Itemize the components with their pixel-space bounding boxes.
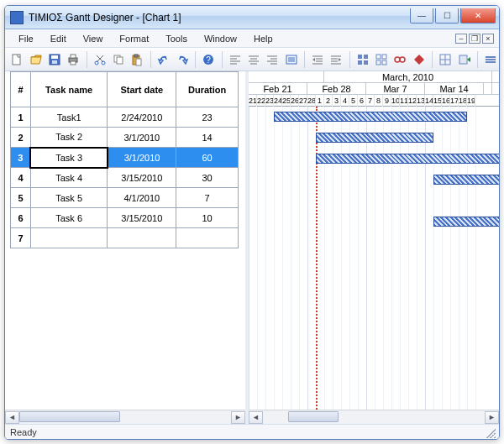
scroll-left-icon[interactable]: ◄ xyxy=(5,411,19,424)
grid2-button[interactable] xyxy=(373,50,390,69)
justify-button[interactable] xyxy=(283,50,300,69)
row-number[interactable]: 6 xyxy=(11,208,31,228)
scroll-thumb[interactable] xyxy=(288,411,339,422)
gantt-row[interactable] xyxy=(249,170,499,191)
menu-file[interactable]: File xyxy=(12,32,40,45)
align-right-button[interactable] xyxy=(264,50,281,69)
day-label: 1 xyxy=(316,95,324,107)
menu-format[interactable]: Format xyxy=(113,32,155,45)
gantt-row[interactable] xyxy=(249,212,499,232)
cell-task-name[interactable] xyxy=(30,228,108,248)
menu-edit[interactable]: Edit xyxy=(44,32,73,45)
redo-button[interactable] xyxy=(174,50,191,69)
menu-view[interactable]: View xyxy=(76,32,110,45)
gantt-bar[interactable] xyxy=(316,154,499,164)
cell-task-name[interactable]: Task 6 xyxy=(30,208,108,228)
cell-duration[interactable]: 10 xyxy=(176,208,239,228)
menu-window[interactable]: Window xyxy=(197,32,244,45)
row-number[interactable]: 7 xyxy=(11,228,31,248)
cell-duration[interactable]: 23 xyxy=(176,107,239,128)
align-center-button[interactable] xyxy=(245,50,262,69)
menu-tools[interactable]: Tools xyxy=(159,32,194,45)
row-number[interactable]: 2 xyxy=(11,128,31,148)
cell-duration[interactable]: 14 xyxy=(176,128,239,148)
copy-button[interactable] xyxy=(110,50,127,69)
cell-duration[interactable]: 30 xyxy=(176,168,239,188)
new-button[interactable] xyxy=(8,50,25,69)
cell-task-name[interactable]: Task 4 xyxy=(30,168,108,188)
cell-start-date[interactable]: 3/15/2010 xyxy=(108,168,176,188)
row-number[interactable]: 3 xyxy=(11,148,31,168)
table-row[interactable]: 7 xyxy=(11,228,239,248)
cell-task-name[interactable]: Task1 xyxy=(30,107,108,128)
table-row[interactable]: 2Task 23/1/201014 xyxy=(11,128,239,148)
print-button[interactable] xyxy=(65,50,81,69)
mdi-close-icon[interactable]: × xyxy=(482,34,494,44)
gantt-row[interactable] xyxy=(249,149,499,170)
cell-duration[interactable]: 60 xyxy=(176,148,239,168)
scroll-thumb[interactable] xyxy=(19,411,120,422)
save-button[interactable] xyxy=(46,50,63,69)
bars-button[interactable] xyxy=(482,50,499,69)
cell-task-name[interactable]: Task 5 xyxy=(30,188,108,208)
col-header-num[interactable]: # xyxy=(11,72,31,107)
left-h-scrollbar[interactable]: ◄ ► xyxy=(5,410,245,424)
grid3-button[interactable] xyxy=(437,50,454,69)
gantt-bar[interactable] xyxy=(433,175,499,185)
scroll-right-icon[interactable]: ► xyxy=(485,411,499,424)
table-row[interactable]: 3Task 33/1/201060 xyxy=(11,148,239,168)
gantt-chart[interactable] xyxy=(249,107,499,410)
gantt-row[interactable] xyxy=(249,107,499,128)
close-button[interactable]: ✕ xyxy=(460,8,496,24)
row-number[interactable]: 5 xyxy=(11,188,31,208)
table-row[interactable]: 5Task 54/1/20107 xyxy=(11,188,239,208)
link-button[interactable] xyxy=(391,50,408,69)
help-button[interactable]: ? xyxy=(200,50,217,69)
cell-duration[interactable]: 7 xyxy=(176,188,239,208)
undo-button[interactable] xyxy=(155,50,171,69)
menu-help[interactable]: Help xyxy=(247,32,280,45)
table-row[interactable]: 1Task12/24/201023 xyxy=(11,107,239,128)
gantt-row[interactable] xyxy=(249,191,499,212)
gantt-bar[interactable] xyxy=(274,112,467,122)
col-header-name[interactable]: Task name xyxy=(30,72,108,107)
mdi-minimize-icon[interactable]: – xyxy=(455,34,467,44)
indent-right-button[interactable] xyxy=(328,50,344,69)
maximize-button[interactable]: ☐ xyxy=(435,8,459,24)
task-table[interactable]: # Task name Start date Duration 1Task12/… xyxy=(10,71,239,248)
cell-task-name[interactable]: Task 2 xyxy=(30,128,108,148)
indent-left-button[interactable] xyxy=(309,50,326,69)
row-number[interactable]: 1 xyxy=(11,107,31,128)
col-header-duration[interactable]: Duration xyxy=(176,72,239,107)
scroll-left-icon[interactable]: ◄ xyxy=(249,411,263,424)
cell-start-date[interactable]: 3/15/2010 xyxy=(108,208,176,228)
cell-duration[interactable] xyxy=(176,228,239,248)
resize-grip-icon[interactable] xyxy=(484,426,496,438)
col-header-start[interactable]: Start date xyxy=(108,72,176,107)
goto-button[interactable] xyxy=(455,50,472,69)
minimize-button[interactable]: — xyxy=(410,8,433,24)
table-row[interactable]: 4Task 43/15/201030 xyxy=(11,168,239,188)
scroll-right-icon[interactable]: ► xyxy=(231,411,245,424)
table-row[interactable]: 6Task 63/15/201010 xyxy=(11,208,239,228)
cell-start-date[interactable]: 3/1/2010 xyxy=(108,148,176,168)
open-button[interactable] xyxy=(27,50,44,69)
cell-start-date[interactable] xyxy=(108,228,176,248)
cell-task-name[interactable]: Task 3 xyxy=(30,148,108,168)
cell-start-date[interactable]: 4/1/2010 xyxy=(108,188,176,208)
grid1-button[interactable] xyxy=(354,50,371,69)
row-number[interactable]: 4 xyxy=(11,168,31,188)
gantt-bar[interactable] xyxy=(433,217,499,227)
paste-button[interactable] xyxy=(129,50,145,69)
right-h-scrollbar[interactable]: ◄ ► xyxy=(249,410,499,424)
mdi-restore-icon[interactable]: ❐ xyxy=(469,34,480,44)
align-left-button[interactable] xyxy=(226,50,243,69)
cell-start-date[interactable]: 2/24/2010 xyxy=(108,107,176,128)
gantt-row[interactable] xyxy=(249,232,499,253)
diamond-button[interactable] xyxy=(411,50,428,69)
cut-button[interactable] xyxy=(91,50,108,69)
title-bar[interactable]: TIMIOΣ Gantt Designer - [Chart 1] — ☐ ✕ xyxy=(5,6,499,29)
gantt-row[interactable] xyxy=(249,128,499,149)
gantt-bar[interactable] xyxy=(316,133,433,143)
cell-start-date[interactable]: 3/1/2010 xyxy=(108,128,176,148)
